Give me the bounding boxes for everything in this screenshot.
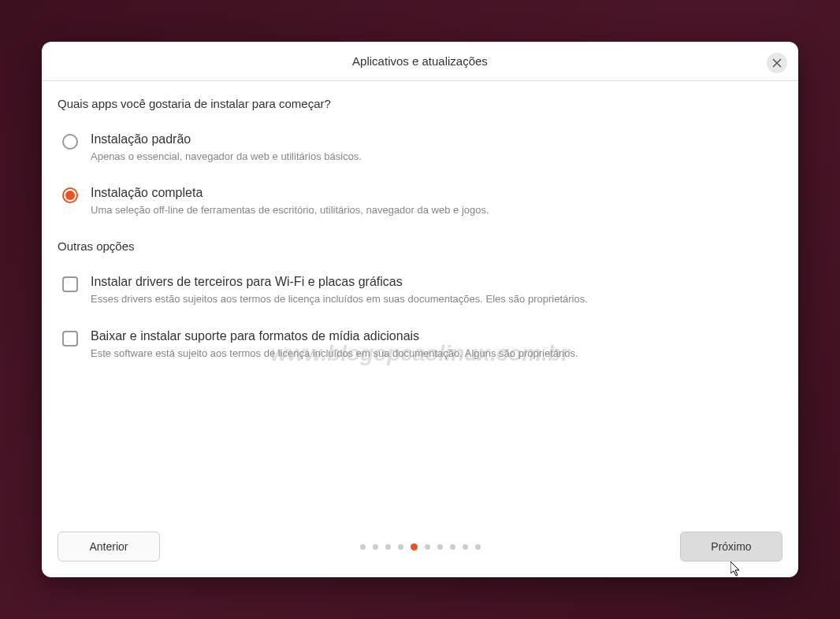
previous-button[interactable]: Anterior	[58, 532, 160, 562]
progress-dot	[398, 544, 403, 550]
progress-dot	[463, 544, 468, 550]
progress-dot	[437, 544, 443, 550]
checkbox-option-media[interactable]: Baixar e instalar suporte para formatos …	[58, 329, 782, 361]
option-text-container: Instalação padrão Apenas o essencial, na…	[91, 132, 782, 164]
progress-dot	[360, 544, 366, 550]
installer-dialog: Aplicativos e atualizações Quais apps vo…	[42, 42, 798, 577]
option-title: Instalar drivers de terceiros para Wi-Fi…	[91, 275, 782, 289]
progress-dot	[475, 544, 481, 550]
option-text-container: Baixar e instalar suporte para formatos …	[91, 329, 782, 361]
progress-dot	[385, 544, 391, 550]
option-description: Apenas o essencial, navegador da web e u…	[91, 150, 782, 164]
progress-dot	[373, 544, 378, 550]
option-description: Uma seleção off-line de ferramentas de e…	[91, 203, 782, 217]
option-title: Instalação padrão	[91, 132, 782, 146]
radio-option-complete[interactable]: Instalação completa Uma seleção off-line…	[58, 186, 782, 217]
progress-dots	[360, 543, 481, 550]
option-text-container: Instalar drivers de terceiros para Wi-Fi…	[91, 275, 782, 306]
dialog-footer: Anterior Próximo	[42, 516, 798, 577]
checkbox-option-drivers[interactable]: Instalar drivers de terceiros para Wi-Fi…	[58, 275, 782, 306]
option-description: Esses drivers estão sujeitos aos termos …	[91, 292, 782, 306]
close-button[interactable]	[767, 53, 787, 73]
dialog-content: Quais apps você gostaria de instalar par…	[42, 81, 798, 516]
radio-input[interactable]	[62, 187, 78, 203]
other-options-label: Outras opções	[58, 239, 782, 253]
option-title: Instalação completa	[91, 186, 782, 200]
progress-dot	[450, 544, 455, 550]
radio-input[interactable]	[62, 134, 78, 150]
checkbox-input[interactable]	[62, 331, 78, 347]
dialog-title: Aplicativos e atualizações	[352, 54, 488, 68]
checkbox-input[interactable]	[62, 276, 78, 292]
option-title: Baixar e instalar suporte para formatos …	[91, 329, 782, 343]
install-question: Quais apps você gostaria de instalar par…	[58, 97, 782, 110]
radio-option-default[interactable]: Instalação padrão Apenas o essencial, na…	[58, 132, 782, 164]
next-button[interactable]: Próximo	[680, 532, 782, 562]
option-text-container: Instalação completa Uma seleção off-line…	[91, 186, 782, 217]
progress-dot-active	[411, 543, 418, 550]
option-description: Este software está sujeito aos termos de…	[91, 347, 782, 361]
progress-dot	[425, 544, 430, 550]
dialog-header: Aplicativos e atualizações	[42, 42, 798, 81]
close-icon	[772, 58, 782, 68]
